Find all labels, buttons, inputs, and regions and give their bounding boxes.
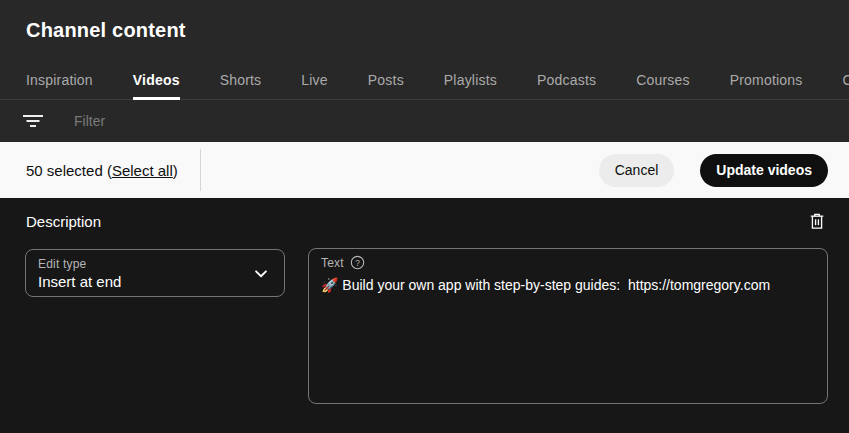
selected-count-text: 50 selected (	[26, 162, 112, 179]
filter-bar	[0, 100, 849, 142]
edit-type-dropdown[interactable]: Edit type Insert at end	[25, 249, 285, 297]
tab-playlists[interactable]: Playlists	[424, 60, 517, 99]
filter-input[interactable]	[72, 112, 476, 130]
description-text-field[interactable]: Text ? 🚀 Build your own app with step-by…	[308, 248, 828, 404]
cancel-button[interactable]: Cancel	[599, 154, 675, 187]
update-videos-button[interactable]: Update videos	[700, 154, 828, 187]
channel-content-screen: Channel content Inspiration Videos Short…	[0, 0, 849, 433]
trash-icon[interactable]	[807, 211, 827, 231]
top-bar: Channel content Inspiration Videos Short…	[0, 0, 849, 142]
filter-icon[interactable]	[22, 112, 44, 130]
text-field-header: Text ?	[321, 255, 365, 270]
tab-courses[interactable]: Courses	[616, 60, 710, 99]
selected-count-suffix: )	[173, 162, 178, 179]
tab-shorts[interactable]: Shorts	[200, 60, 282, 99]
help-icon[interactable]: ?	[350, 255, 365, 270]
page-header: Channel content	[0, 0, 849, 60]
page-title: Channel content	[26, 19, 186, 42]
tab-bar: Inspiration Videos Shorts Live Posts Pla…	[0, 60, 849, 100]
description-editor-panel: Description Edit type Insert at end Text	[0, 198, 849, 433]
description-text-input[interactable]: 🚀 Build your own app with step-by-step g…	[321, 276, 815, 295]
tab-live[interactable]: Live	[281, 60, 347, 99]
tab-inspiration[interactable]: Inspiration	[6, 60, 113, 99]
text-field-label: Text	[321, 256, 344, 270]
selected-count: 50 selected (Select all)	[26, 162, 178, 179]
tab-promotions[interactable]: Promotions	[710, 60, 823, 99]
divider	[200, 149, 201, 191]
tab-collaborations[interactable]: Collab	[823, 60, 849, 99]
select-all-link[interactable]: Select all	[112, 162, 173, 179]
tab-posts[interactable]: Posts	[348, 60, 424, 99]
bulk-action-bar: 50 selected (Select all) Cancel Update v…	[0, 142, 849, 198]
tab-podcasts[interactable]: Podcasts	[517, 60, 616, 99]
edit-type-value: Insert at end	[38, 273, 121, 290]
chevron-down-icon	[252, 265, 270, 283]
svg-text:?: ?	[355, 258, 360, 268]
tab-videos[interactable]: Videos	[113, 60, 200, 99]
edit-type-label: Edit type	[38, 257, 87, 271]
section-title: Description	[26, 213, 101, 230]
